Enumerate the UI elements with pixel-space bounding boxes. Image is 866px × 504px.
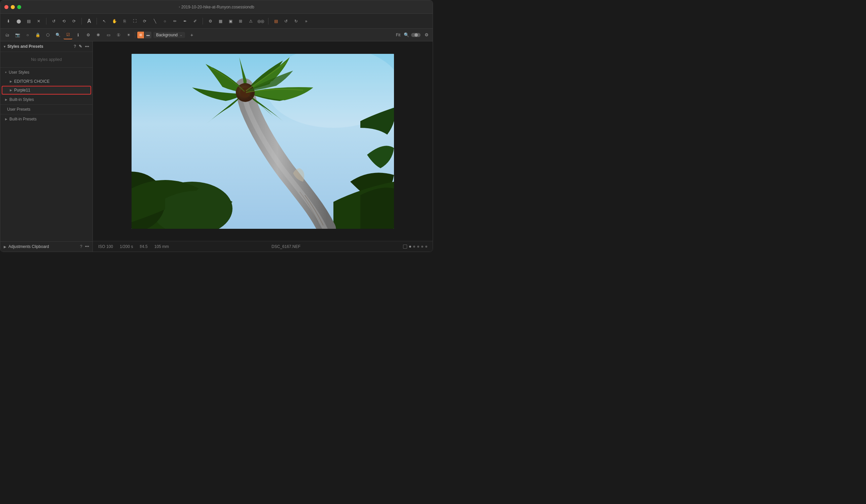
builtin-styles-chevron: ▶ <box>5 98 8 101</box>
maximize-button[interactable] <box>17 5 21 9</box>
text-button[interactable]: A <box>85 16 94 26</box>
circle-button[interactable]: ○ <box>160 16 169 26</box>
adjustments-clipboard-section: ▶ Adjustments Clipboard ? ••• <box>0 241 92 252</box>
circle3-button[interactable]: ○ <box>23 31 32 40</box>
aperture-label: f/4.5 <box>140 244 147 249</box>
slider-thumb <box>414 33 418 37</box>
undo-back-button[interactable]: ⟲ <box>59 16 69 26</box>
editors-choice-item[interactable]: ▶ EDITOR'S CHOICE <box>0 77 92 86</box>
builtin-presets-header[interactable]: ▶ Built-in Presets <box>0 114 92 124</box>
checkbox-icon: ☑ <box>66 32 70 37</box>
badge-button[interactable]: ① <box>114 31 123 40</box>
sun-icon: ☀ <box>127 33 131 37</box>
nav-dot-2[interactable] <box>413 246 415 248</box>
adjustments-clipboard-header[interactable]: ▶ Adjustments Clipboard ? ••• <box>0 242 92 252</box>
toolbar-group-history: ↺ ⟲ ⟳ <box>49 16 79 26</box>
builtin-styles-header[interactable]: ▶ Built-in Styles <box>0 95 92 104</box>
user-styles-header[interactable]: ▾ User Styles <box>0 68 92 77</box>
album-button[interactable]: ▤ <box>24 16 33 26</box>
folder2-button[interactable]: 🗂 <box>3 31 12 40</box>
flower-icon: ❋ <box>97 33 100 37</box>
close-x-button[interactable]: ✕ <box>34 16 43 26</box>
slider-control[interactable] <box>411 33 421 37</box>
capture-button[interactable]: ⬤ <box>14 16 23 26</box>
styles-presets-header[interactable]: ▾ Styles and Presets ? ✎ ••• <box>0 41 92 52</box>
edit-button[interactable]: ✎ <box>79 44 82 49</box>
toolbar-separator-3 <box>97 18 97 24</box>
refresh2-button[interactable]: ↻ <box>291 16 301 26</box>
title-arrow-icon: › <box>179 5 180 9</box>
settings3-button[interactable]: ⚙ <box>423 32 430 38</box>
import-button[interactable]: ⬇ <box>4 16 13 26</box>
rect-button[interactable]: ▭ <box>104 31 113 40</box>
traffic-lights <box>4 5 21 9</box>
heal-button[interactable]: ⟳ <box>140 16 149 26</box>
hand-button[interactable]: ✋ <box>110 16 119 26</box>
warning-button[interactable]: ⚠ <box>246 16 255 26</box>
iso-label: ISO 100 <box>98 244 113 249</box>
minimize-button[interactable] <box>11 5 15 9</box>
toolbar2-right-group: Fit 🔍 ⚙ <box>392 32 430 38</box>
more-button[interactable]: » <box>301 16 311 26</box>
nav-dot-4[interactable] <box>421 246 423 248</box>
zoom-button[interactable]: 🔍 <box>403 32 410 38</box>
layer-dropdown[interactable]: Background ⌄ <box>153 32 185 38</box>
stamp-icon: ⬡ <box>46 33 49 37</box>
photo-canvas[interactable] <box>132 54 394 229</box>
nav-dot-1[interactable] <box>409 246 411 248</box>
list-view-button[interactable]: ▬ <box>145 32 152 38</box>
crop-button[interactable]: ⛶ <box>130 16 139 26</box>
eraser-button[interactable]: ✐ <box>190 16 200 26</box>
checkbox-button[interactable]: ☑ <box>64 31 72 40</box>
brush-icon: ✏ <box>173 19 177 23</box>
glasses-button[interactable]: ◎◎ <box>256 16 265 26</box>
user-styles-label: User Styles <box>9 70 29 75</box>
overlay-button[interactable]: ▣ <box>226 16 235 26</box>
lock-button[interactable]: 🔒 <box>33 31 42 40</box>
help-button[interactable]: ? <box>74 44 76 49</box>
user-presets-header[interactable]: User Presets <box>0 105 92 114</box>
camera3-button[interactable]: 📷 <box>13 31 22 40</box>
info2-button[interactable]: ℹ <box>74 31 82 40</box>
undo-button[interactable]: ↺ <box>49 16 58 26</box>
text-icon: A <box>87 19 91 24</box>
toolbar-group-left: ⬇ ⬤ ▤ ✕ <box>4 16 43 26</box>
toolbar-separator-2 <box>81 18 82 24</box>
settings-button[interactable]: ⚙ <box>206 16 215 26</box>
adj-more-button[interactable]: ••• <box>85 244 89 249</box>
grid2-button[interactable]: ⊞ <box>236 16 245 26</box>
nav-square[interactable] <box>403 245 407 249</box>
sun-button[interactable]: ☀ <box>124 31 133 40</box>
layers-button[interactable]: ▤ <box>271 16 281 26</box>
pen-button[interactable]: ✒ <box>180 16 190 26</box>
stamp-button[interactable]: ⬡ <box>43 31 52 40</box>
settings3-icon: ⚙ <box>425 32 429 37</box>
select-button[interactable]: ↖ <box>100 16 109 26</box>
redo-icon: ⟳ <box>72 19 76 23</box>
rect-icon: ▭ <box>107 33 110 37</box>
add-layer-button[interactable]: + <box>188 32 195 38</box>
gear3-button[interactable]: ⚙ <box>84 31 92 40</box>
builtin-presets-chevron: ▶ <box>5 117 8 121</box>
fit-label: Fit <box>396 33 400 37</box>
more-icon: » <box>305 19 308 23</box>
sidebar: ▾ Styles and Presets ? ✎ ••• No styles a… <box>0 41 93 252</box>
grid-view-button[interactable]: ⊞ <box>137 32 144 38</box>
more-section-button[interactable]: ••• <box>85 44 89 49</box>
refresh-button[interactable]: ↺ <box>281 16 291 26</box>
flower-button[interactable]: ❋ <box>94 31 103 40</box>
purple11-item[interactable]: ▶ Purple11 <box>2 86 91 94</box>
clone-button[interactable]: ⎘ <box>120 16 129 26</box>
search2-button[interactable]: 🔍 <box>54 31 62 40</box>
line-button[interactable]: ╲ <box>150 16 159 26</box>
close-button[interactable] <box>4 5 8 9</box>
nav-dot-3[interactable] <box>417 246 419 248</box>
nav-dot-5[interactable] <box>425 246 427 248</box>
styles-presets-label: Styles and Presets <box>8 44 43 49</box>
import-icon: ⬇ <box>7 19 10 23</box>
redo-button[interactable]: ⟳ <box>69 16 79 26</box>
adj-help-button[interactable]: ? <box>80 244 82 249</box>
grid-button[interactable]: ▦ <box>216 16 225 26</box>
purple11-chevron: ▶ <box>10 89 12 92</box>
brush-button[interactable]: ✏ <box>170 16 180 26</box>
